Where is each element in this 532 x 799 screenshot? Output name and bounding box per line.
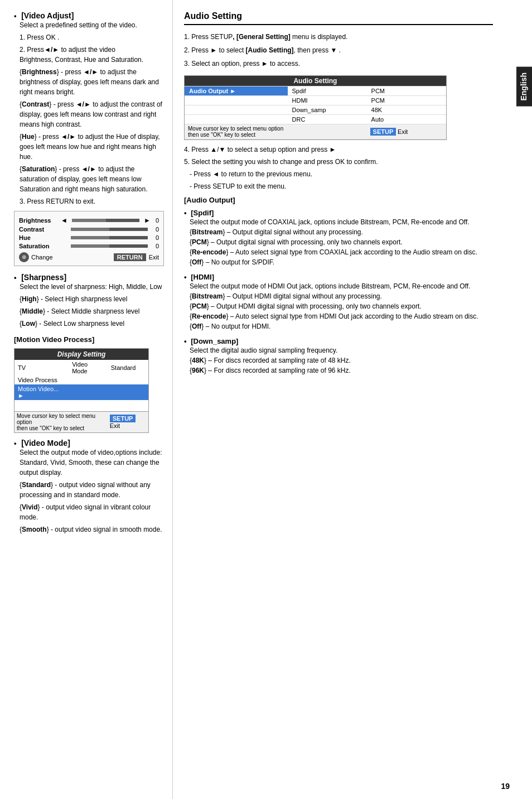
table-row-motion-video: Motion Video... ► xyxy=(14,384,149,400)
display-exit-label: Exit xyxy=(110,422,120,429)
audio-col-empty1 xyxy=(185,95,288,105)
saturation-slider-row: Saturation 0 xyxy=(19,243,159,249)
brightness-slider-row: Brightness ◄ ► 0 xyxy=(19,216,159,224)
audio-col-downsamp: Down_samp xyxy=(288,105,367,114)
step3: 3. Press RETURN to exit. xyxy=(20,196,164,206)
return-button[interactable]: RETURN xyxy=(114,253,146,261)
audio-output-label: [Audio Output] xyxy=(184,196,235,204)
mv-col1: Motion Video... ► xyxy=(14,384,69,400)
saturation-desc: {Saturation} - press ◄/► to adjust the s… xyxy=(20,164,164,194)
video-mode-title: [Video Mode] xyxy=(21,439,70,447)
audio-footer-btn: SETUP Exit xyxy=(367,124,446,139)
audio-col-auto: Auto xyxy=(367,114,446,124)
motion-video-label: [Motion Video Process] xyxy=(14,335,94,344)
sliders-box: Brightness ◄ ► 0 Contrast 0 xyxy=(14,211,164,266)
downsamp-48k: {48K} – For discs recorded at sampling r… xyxy=(190,355,493,365)
spdif-item: [Spdif] Select the output mode of COAXIA… xyxy=(184,209,493,267)
tv-col1: TV xyxy=(14,360,69,376)
video-mode-desc: Select the output mode of video,options … xyxy=(20,447,164,478)
hdmi-reencode: {Re-encode} – Auto select signal type fr… xyxy=(190,311,493,321)
table-footer-row: Move cursor key to select menu optionthe… xyxy=(14,411,149,432)
standard-desc: {Standard} - output video signal without… xyxy=(20,480,164,500)
spdif-reencode: {Re-encode} – Auto select signal type fr… xyxy=(190,247,493,257)
contrast-desc: {Contrast} - press ◄/► to adjust the con… xyxy=(20,99,164,129)
audio-exit-label: Exit xyxy=(398,128,408,135)
hdmi-title: [HDMI] xyxy=(191,273,214,281)
table-row-tv: TV Video Mode Standard xyxy=(14,360,149,376)
audio-setup-button[interactable]: SETUP xyxy=(370,128,396,136)
circle-arrow-icon: ⊕ xyxy=(19,252,29,262)
hdmi-off: {Off} – No output for HDMI. xyxy=(190,321,493,331)
contrast-label: Contrast xyxy=(19,226,61,233)
audio-setting-title: Audio Setting xyxy=(184,11,493,25)
mv-col2 xyxy=(69,384,108,400)
audio-setting-table: Audio Setting Audio Output ► Spdif PCM H… xyxy=(184,75,447,140)
downsamp-title: [Down_samp] xyxy=(191,337,238,345)
smooth-desc: {Smooth} - output video signal in smooth… xyxy=(20,524,164,535)
brightness-label: Brightness xyxy=(19,217,61,224)
downsamp-96k: {96K} – For discs recorded at sampling r… xyxy=(190,365,493,376)
saturation-value: 0 xyxy=(151,243,159,249)
brightness-right-arrow: ► xyxy=(144,216,151,224)
audio-col-hdmi: HDMI xyxy=(288,95,367,105)
hdmi-bitstream: {Bitstream} – Output HDMI digital signal… xyxy=(190,291,493,301)
step5c-text: - Press SETUP to exit the menu. xyxy=(190,181,493,191)
low-desc: {Low} - Select Low sharpness level xyxy=(20,319,164,329)
hdmi-desc: Select the output mode of HDMI Out jack,… xyxy=(190,281,493,291)
language-tab: English xyxy=(516,67,532,107)
video-adjust-section: [Video Adjust] Select a predefined setti… xyxy=(14,11,164,266)
audio-col-empty2 xyxy=(185,105,288,114)
spdif-off: {Off} – No output for S/PDIF. xyxy=(190,257,493,267)
sharpness-section: [Sharpness] Select the level of sharpnes… xyxy=(14,273,164,329)
sharpness-desc: Select the level of sharpness: High, Mid… xyxy=(20,282,164,292)
step4-text: 4. Press ▲/▼ to select a setup option an… xyxy=(184,145,493,155)
audio-col-pcm2: PCM xyxy=(367,95,446,105)
mv-col3 xyxy=(108,384,149,400)
slider-footer: ⊕ Change RETURN Exit xyxy=(19,252,159,262)
display-setup-button[interactable]: SETUP xyxy=(110,415,136,422)
high-desc: {High} - Select High sharpness level xyxy=(20,294,164,304)
tv-col2: Video Mode xyxy=(69,360,108,376)
audio-row-spdif: Audio Output ► Spdif PCM xyxy=(185,86,446,95)
audio-col-drc: DRC xyxy=(288,114,367,124)
audio-row-drc: DRC Auto xyxy=(185,114,446,124)
audio-col-pcm1: PCM xyxy=(367,86,446,95)
vp-col1: Video Process xyxy=(14,376,69,384)
hue-desc: {Hue} - press ◄/► to adjust the Hue of d… xyxy=(20,132,164,162)
step1: 1. Press OK . xyxy=(20,32,164,42)
hdmi-item: [HDMI] Select the output mode of HDMI Ou… xyxy=(184,273,493,331)
return-exit-group: RETURN Exit xyxy=(114,253,159,261)
audio-col-empty3 xyxy=(185,114,288,124)
table-row-video-process: Video Process xyxy=(14,376,149,384)
audio-output-heading: [Audio Output] xyxy=(184,196,493,204)
step5b-text: - Press ◄ to return to the previous menu… xyxy=(190,169,493,179)
brightness-value: 0 xyxy=(151,217,159,224)
video-adjust-title: [Video Adjust] xyxy=(21,11,74,20)
audio-row-downsamp: Down_samp 48K xyxy=(185,105,446,114)
audio-setting-steps: 1. Press SETUP, [General Setting] menu i… xyxy=(184,32,493,70)
downsamp-item: [Down_samp] Select the digital audio sig… xyxy=(184,337,493,376)
audio-row-hdmi: HDMI PCM xyxy=(185,95,446,105)
step-1: 1. Press SETUP, [General Setting] menu i… xyxy=(184,32,493,42)
brightness-desc: {Brightness} - press ◄/► to adjust the b… xyxy=(20,67,164,97)
audio-table-footer: Move cursor key to select menu optionthe… xyxy=(185,124,446,139)
brightness-track xyxy=(72,219,139,222)
brightness-left-arrow: ◄ xyxy=(61,216,67,224)
contrast-track xyxy=(71,228,148,231)
spdif-bitstream: {Bitstream} – Output digital signal with… xyxy=(190,227,493,237)
motion-video-title: [Motion Video Process] xyxy=(14,335,164,344)
audio-table-header: Audio Setting xyxy=(185,76,446,86)
hdmi-pcm: {PCM} – Output HDMI digital signal with … xyxy=(190,301,493,311)
spdif-pcm: {PCM} – Output digital signal with proce… xyxy=(190,237,493,247)
sharpness-title: [Sharpness] xyxy=(21,273,66,282)
change-label: Change xyxy=(31,254,53,261)
right-column: Audio Setting 1. Press SETUP, [General S… xyxy=(173,0,515,799)
tv-col3: Standard xyxy=(108,360,149,376)
audio-col-spdif: Spdif xyxy=(288,86,367,95)
step5a-text: 5. Select the setting you wish to change… xyxy=(184,157,493,167)
page-number: 19 xyxy=(501,782,510,791)
video-mode-section: [Video Mode] Select the output mode of v… xyxy=(14,439,164,535)
video-adjust-desc: Select a predefined setting of the video… xyxy=(20,20,164,30)
spdif-title: [Spdif] xyxy=(191,209,214,217)
audio-output-list: [Spdif] Select the output mode of COAXIA… xyxy=(184,209,493,376)
